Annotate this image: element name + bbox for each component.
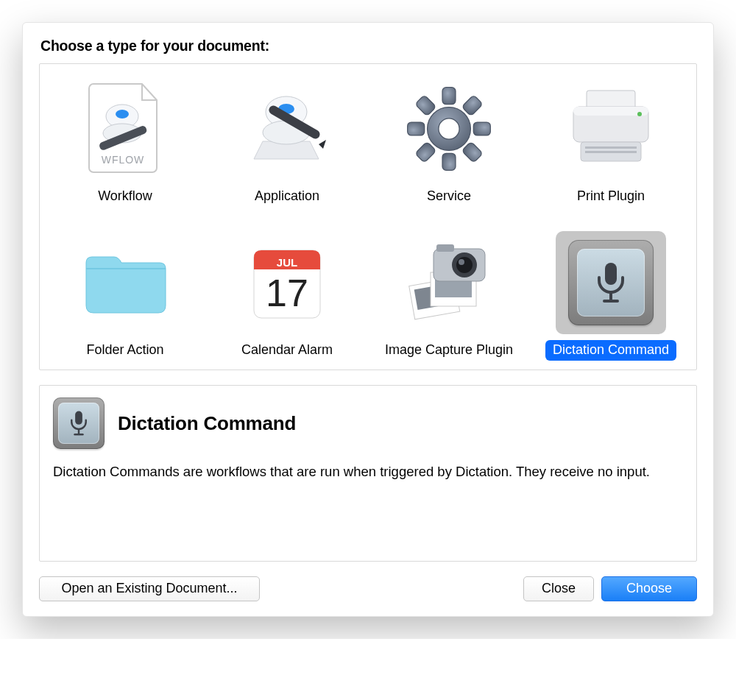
- type-dictation-command[interactable]: Dictation Command: [533, 228, 689, 364]
- calendar-icon: JUL 17: [232, 231, 342, 334]
- svg-rect-31: [605, 263, 617, 285]
- type-workflow[interactable]: WFLOW Workflow: [47, 74, 203, 211]
- svg-rect-27: [436, 244, 454, 252]
- svg-text:17: 17: [266, 272, 308, 314]
- button-bar: Open an Existing Document... Close Choos…: [39, 576, 697, 601]
- type-grid-panel: WFLOW Workflow Applicati: [39, 63, 697, 370]
- svg-point-30: [459, 259, 464, 265]
- type-image-capture[interactable]: Image Capture Plugin: [371, 228, 527, 364]
- type-label: Service: [420, 186, 478, 208]
- svg-point-18: [637, 112, 642, 116]
- type-grid: WFLOW Workflow Applicati: [40, 64, 696, 370]
- heading: Choose a type for your document:: [40, 38, 697, 54]
- image-capture-icon: [394, 231, 504, 334]
- svg-text:JUL: JUL: [277, 256, 297, 269]
- choose-button[interactable]: Choose: [601, 576, 697, 601]
- type-folder-action[interactable]: Folder Action: [47, 228, 203, 364]
- svg-point-11: [439, 119, 459, 139]
- type-print-plugin[interactable]: Print Plugin: [533, 74, 689, 211]
- type-label: Dictation Command: [545, 340, 676, 361]
- workflow-icon: WFLOW: [70, 77, 180, 180]
- open-existing-button[interactable]: Open an Existing Document...: [39, 576, 260, 601]
- template-chooser-window: Choose a type for your document:: [22, 22, 714, 617]
- type-application[interactable]: Application: [209, 74, 365, 211]
- type-service[interactable]: Service: [371, 74, 527, 211]
- detail-description: Dictation Commands are workflows that ar…: [53, 462, 683, 481]
- type-label: Workflow: [91, 186, 160, 208]
- svg-rect-16: [585, 146, 637, 149]
- type-label: Print Plugin: [570, 186, 652, 208]
- close-button[interactable]: Close: [523, 576, 594, 601]
- type-label: Image Capture Plugin: [378, 340, 520, 361]
- svg-rect-36: [74, 434, 83, 435]
- printer-icon: [556, 77, 666, 180]
- svg-text:WFLOW: WFLOW: [102, 154, 145, 166]
- svg-rect-17: [585, 151, 637, 153]
- svg-point-1: [116, 110, 129, 119]
- type-calendar-alarm[interactable]: JUL 17 Calendar Alarm: [209, 228, 365, 364]
- detail-icon: [53, 397, 105, 449]
- detail-panel: Dictation Command Dictation Commands are…: [39, 385, 697, 562]
- dictation-icon: [556, 231, 666, 334]
- service-icon: [394, 77, 504, 180]
- type-label: Folder Action: [79, 340, 171, 361]
- svg-rect-32: [609, 292, 612, 300]
- svg-point-29: [456, 257, 473, 273]
- application-icon: [232, 77, 342, 180]
- type-label: Calendar Alarm: [234, 340, 340, 361]
- svg-rect-10: [442, 88, 456, 105]
- svg-rect-35: [78, 429, 79, 434]
- svg-rect-34: [75, 411, 82, 425]
- folder-icon: [70, 231, 180, 334]
- svg-rect-14: [573, 107, 648, 116]
- type-label: Application: [247, 186, 327, 208]
- svg-rect-33: [603, 300, 619, 303]
- detail-title: Dictation Command: [118, 412, 296, 435]
